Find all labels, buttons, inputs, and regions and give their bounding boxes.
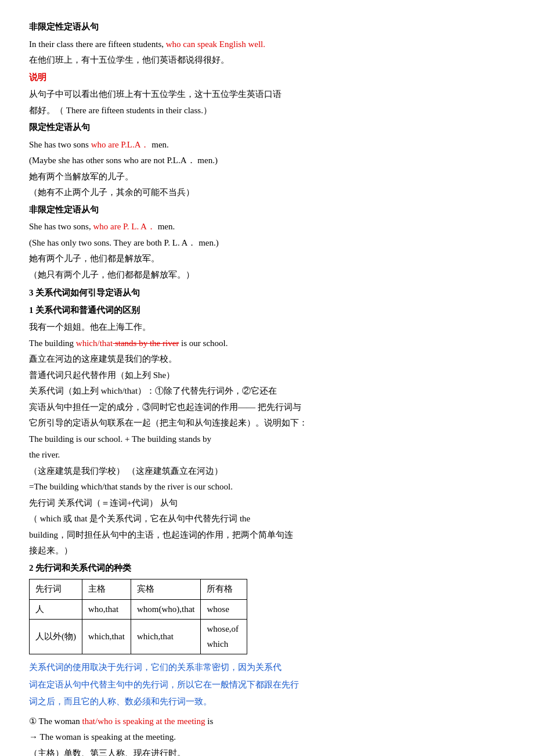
line-1: In their class there are fifteen student… bbox=[29, 37, 505, 52]
cn3: 普通代词只起代替作用（如上列 She） bbox=[29, 368, 505, 383]
table-cell-1-1: who,that bbox=[82, 599, 131, 620]
blue-para-2: 词在定语从句中代替主句中的先行词，所以它在一般情况下都跟在先行 bbox=[29, 678, 505, 693]
note-2: 都好。（ There are fifteen students in their… bbox=[29, 103, 505, 118]
table-cell-2-0: 人以外(物) bbox=[30, 620, 82, 654]
table-header-1: 主格 bbox=[82, 579, 131, 600]
ex-num1-red: that/who is speaking at the meeting bbox=[80, 717, 205, 726]
main-content: 非限定性定语从句 In their class there are fiftee… bbox=[29, 20, 505, 756]
line1-text: In their class there are fifteen student… bbox=[29, 39, 164, 49]
cn1: 我有一个姐姐。他在上海工作。 bbox=[29, 320, 505, 335]
table-row-2: 人以外(物) which,that which,that whose,of wh… bbox=[30, 620, 247, 654]
ex1-text: She has two sons bbox=[29, 140, 89, 149]
table-header-row: 先行词 主格 宾格 所有格 bbox=[30, 579, 247, 600]
formula6: （ which 或 that 是个关系代词，它在从句中代替先行词 the bbox=[29, 512, 505, 527]
table-cell-1-0: 人 bbox=[30, 599, 82, 620]
ex2d: （她只有两个儿子，他们都都是解放军。） bbox=[29, 268, 505, 283]
formula7: building，同时担任从句中的主语，也起连词的作用，把两个简单句连 bbox=[29, 528, 505, 543]
ex-num1-text: ① The woman bbox=[29, 717, 80, 726]
ex2c: 她有两个儿子，他们都是解放军。 bbox=[29, 251, 505, 267]
section-title-5: 1 关系代词和普通代词的区别 bbox=[29, 303, 505, 318]
cn2: 矗立在河边的这座建筑是我们的学校。 bbox=[29, 352, 505, 367]
cn5: 宾语从句中担任一定的成分，③同时它也起连词的作用—— 把先行词与 bbox=[29, 400, 505, 415]
table-header-3: 所有格 bbox=[201, 579, 247, 600]
ex2-red: who are P. L. A． bbox=[91, 222, 156, 231]
formula4: =The building which/that stands by the r… bbox=[29, 480, 505, 495]
line1-red: who can speak English well. bbox=[164, 39, 265, 49]
formula1: The building is our school. + The buildi… bbox=[29, 432, 505, 447]
ex2-line: She has two sons, who are P. L. A． men. bbox=[29, 219, 505, 235]
arrow1: → The woman is speaking at the meeting. bbox=[29, 730, 505, 745]
formula2: the river. bbox=[29, 448, 505, 463]
building1-red2: stands by the river bbox=[113, 339, 179, 348]
ex1d: （她有不止两个儿子，其余的可能不当兵） bbox=[29, 185, 505, 200]
formula3: （这座建筑是我们学校） （这座建筑矗立在河边） bbox=[29, 464, 505, 479]
table-header-0: 先行词 bbox=[30, 579, 82, 600]
formula8: 接起来。） bbox=[29, 543, 505, 559]
blue-para-3: 词之后，而且它的人称、数必须和先行词一致。 bbox=[29, 694, 505, 710]
ex1-red: who are P.L.A． bbox=[89, 140, 150, 149]
cn6: 它所引导的定语从句联系在一起（把主句和从句连接起来）。说明如下： bbox=[29, 416, 505, 431]
note-single: （主格）单数、第三人称、现在进行时。 bbox=[29, 746, 505, 757]
table-cell-2-3: whose,of which bbox=[201, 620, 247, 654]
line-2: 在他们班上，有十五位学生，他们英语都说得很好。 bbox=[29, 53, 505, 68]
blue-para-1: 关系代词的使用取决于先行词，它们的关系非常密切，因为关系代 bbox=[29, 660, 505, 675]
table-cell-2-1: which,that bbox=[82, 620, 131, 654]
section-title-2: 限定性定语从句 bbox=[29, 120, 505, 135]
ex2b: (She has only two sons. They are both P.… bbox=[29, 236, 505, 251]
building1-text: The building bbox=[29, 339, 74, 348]
ex1-line: She has two sons who are P.L.A． men. bbox=[29, 138, 505, 153]
table-cell-2-2: which,that bbox=[131, 620, 201, 654]
ex1b: (Maybe she has other sons who are not P.… bbox=[29, 153, 505, 168]
ex1-end: men. bbox=[150, 140, 169, 149]
ex-num1-end: is bbox=[205, 717, 214, 726]
note-1: 从句子中可以看出他们班上有十五位学生，这十五位学生英语口语 bbox=[29, 87, 505, 102]
building1-red1: which/that bbox=[74, 339, 113, 348]
section-title-3: 非限定性定语从句 bbox=[29, 203, 505, 218]
note-label: 说明 bbox=[29, 70, 505, 85]
ex2-text: She has two sons, bbox=[29, 222, 91, 231]
table-cell-1-3: whose bbox=[201, 599, 247, 620]
table-cell-1-2: whom(who),that bbox=[131, 599, 201, 620]
cn4: 关系代词（如上列 which/that）：①除了代替先行词外，②它还在 bbox=[29, 384, 505, 399]
section-title-4: 3 关系代词如何引导定语从句 bbox=[29, 286, 505, 301]
building1-end: is our school. bbox=[179, 339, 228, 348]
section-title-6: 2 先行词和关系代词的种类 bbox=[29, 561, 505, 576]
table-header-2: 宾格 bbox=[131, 579, 201, 600]
building1-line: The building which/that stands by the ri… bbox=[29, 336, 505, 351]
pronoun-table: 先行词 主格 宾格 所有格 人 who,that whom(who),that … bbox=[29, 579, 247, 654]
table-row-1: 人 who,that whom(who),that whose bbox=[30, 599, 247, 620]
formula5: 先行词 关系代词（＝连词+代词） 从句 bbox=[29, 496, 505, 511]
section-title-1: 非限定性定语从句 bbox=[29, 20, 505, 35]
ex2-end: men. bbox=[156, 222, 175, 231]
ex-num1-line: ① The woman that/who is speaking at the … bbox=[29, 714, 505, 729]
ex1c: 她有两个当解放军的儿子。 bbox=[29, 170, 505, 185]
